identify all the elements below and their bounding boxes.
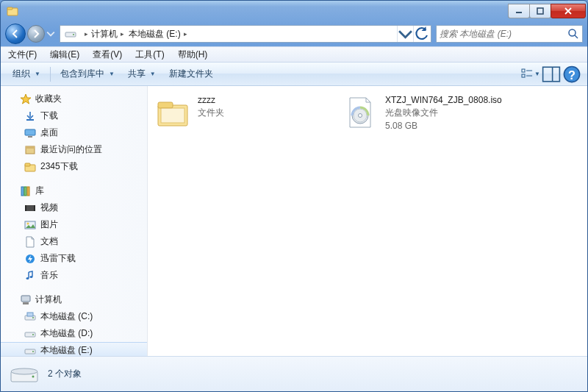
search-input[interactable] <box>440 26 567 42</box>
svg-point-38 <box>32 317 34 318</box>
svg-point-6 <box>569 29 576 36</box>
explorer-window: ▸ 计算机 ▸ 本地磁盘 (E:) ▸ 文件(F) 编辑(E <box>0 0 588 392</box>
svg-point-5 <box>73 34 74 35</box>
libraries-label: 库 <box>35 185 44 197</box>
sidebar-item-label: 最近访问的位置 <box>40 143 102 156</box>
sidebar-item-recent[interactable]: 最近访问的位置 <box>1 141 147 158</box>
menu-file[interactable]: 文件(F) <box>5 47 40 63</box>
xunlei-icon <box>24 253 36 265</box>
svg-rect-27 <box>25 205 26 211</box>
svg-rect-35 <box>23 302 29 304</box>
command-bar: 组织 ▼ 包含到库中 ▼ 共享 ▼ 新建文件夹 ▼ ? <box>1 63 587 86</box>
file-meta: XTZJ_WIN764_ZJB_0808.iso 光盘映像文件 5.08 GB <box>385 95 502 131</box>
view-options-button[interactable]: ▼ <box>521 66 540 82</box>
status-count: 2 个对象 <box>48 368 82 380</box>
svg-point-51 <box>32 375 35 377</box>
search-box[interactable] <box>436 25 583 43</box>
sidebar-item-label: 本地磁盘 (C:) <box>40 310 93 323</box>
chevron-down-icon: ▼ <box>35 71 40 77</box>
sidebar-item-label: 本地磁盘 (D:) <box>40 327 93 340</box>
svg-rect-12 <box>543 67 560 82</box>
svg-rect-28 <box>34 205 35 211</box>
sidebar-item-drive-d[interactable]: 本地磁盘 (D:) <box>1 325 147 342</box>
menu-edit[interactable]: 编辑(E) <box>47 47 82 63</box>
menu-help[interactable]: 帮助(H) <box>175 47 211 63</box>
menu-view[interactable]: 查看(V) <box>90 47 125 63</box>
forward-button[interactable] <box>27 25 45 43</box>
sidebar-item-downloads[interactable]: 下载 <box>1 107 147 124</box>
include-in-library-button[interactable]: 包含到库中 ▼ <box>54 65 121 82</box>
menu-bar: 文件(F) 编辑(E) 查看(V) 工具(T) 帮助(H) <box>1 46 587 63</box>
favorites-label: 收藏夹 <box>35 93 62 105</box>
star-icon <box>20 93 32 105</box>
back-button[interactable] <box>5 24 26 44</box>
svg-rect-37 <box>27 313 33 316</box>
recent-icon <box>24 144 36 156</box>
close-button[interactable] <box>551 4 586 18</box>
svg-rect-45 <box>161 108 184 123</box>
file-item-iso[interactable]: XTZJ_WIN764_ZJB_0808.iso 光盘映像文件 5.08 GB <box>343 95 515 131</box>
help-button[interactable]: ? <box>562 66 581 82</box>
favorites-header[interactable]: 收藏夹 <box>1 90 147 107</box>
file-name: zzzz <box>198 95 224 105</box>
drive-icon <box>24 328 36 340</box>
sidebar-item-drive-e[interactable]: 本地磁盘 (E:) <box>1 342 147 356</box>
drive-icon <box>24 345 36 357</box>
svg-rect-44 <box>158 102 173 108</box>
sidebar-item-label: 图片 <box>40 218 58 231</box>
organize-button[interactable]: 组织 ▼ <box>7 65 46 82</box>
svg-rect-8 <box>522 69 525 72</box>
video-icon <box>24 202 36 214</box>
sidebar-item-desktop[interactable]: 桌面 <box>1 124 147 141</box>
drive-icon <box>24 311 36 323</box>
menu-tools[interactable]: 工具(T) <box>132 47 167 63</box>
share-button[interactable]: 共享 ▼ <box>122 65 162 82</box>
nav-buttons <box>5 24 55 44</box>
sidebar-item-xunlei[interactable]: 迅雷下载 <box>1 250 147 267</box>
breadcrumb-seg-computer[interactable]: ▸ 计算机 ▸ <box>79 26 126 42</box>
chevron-down-icon: ▼ <box>150 71 156 77</box>
details-pane: 2 个对象 <box>1 356 587 391</box>
folder-icon <box>155 95 190 130</box>
sidebar-item-videos[interactable]: 视频 <box>1 199 147 216</box>
file-size: 5.08 GB <box>385 121 502 131</box>
nav-pane: 收藏夹 下载 桌面 最近访问的位置 2345下载 <box>1 86 148 356</box>
computer-header[interactable]: 计算机 <box>1 291 147 308</box>
svg-text:?: ? <box>568 68 576 81</box>
sidebar-item-label: 本地磁盘 (E:) <box>40 344 93 356</box>
nav-history-dropdown[interactable] <box>46 27 55 40</box>
file-type: 光盘映像文件 <box>385 107 502 119</box>
sidebar-item-label: 迅雷下载 <box>40 252 76 265</box>
sidebar-item-2345[interactable]: 2345下载 <box>1 158 147 175</box>
libraries-header[interactable]: 库 <box>1 182 147 199</box>
window-controls <box>509 4 586 18</box>
search-icon <box>567 28 579 40</box>
svg-rect-24 <box>24 187 26 196</box>
computer-group: 计算机 本地磁盘 (C:) 本地磁盘 (D:) 本地磁盘 (E:) <box>1 291 147 356</box>
svg-rect-16 <box>26 119 34 121</box>
include-label: 包含到库中 <box>60 68 104 80</box>
address-bar[interactable]: ▸ 计算机 ▸ 本地磁盘 (E:) ▸ <box>60 25 431 43</box>
separator <box>50 67 51 82</box>
file-item-folder[interactable]: zzzz 文件夹 <box>155 95 328 130</box>
sidebar-item-drive-c[interactable]: 本地磁盘 (C:) <box>1 308 147 325</box>
chevron-down-icon: ▼ <box>534 71 540 77</box>
file-list[interactable]: zzzz 文件夹 XTZJ_WI <box>148 86 587 356</box>
sidebar-item-label: 2345下载 <box>40 160 78 173</box>
svg-point-50 <box>11 368 37 374</box>
breadcrumb-label: 计算机 <box>91 28 118 40</box>
nav-row: ▸ 计算机 ▸ 本地磁盘 (E:) ▸ <box>1 21 587 46</box>
maximize-button[interactable] <box>529 4 551 18</box>
sidebar-item-documents[interactable]: 文档 <box>1 233 147 250</box>
sidebar-item-label: 桌面 <box>40 126 58 139</box>
svg-point-33 <box>30 276 33 278</box>
minimize-button[interactable] <box>508 4 530 18</box>
preview-pane-button[interactable] <box>542 66 561 82</box>
sidebar-item-pictures[interactable]: 图片 <box>1 216 147 233</box>
new-folder-button[interactable]: 新建文件夹 <box>163 65 219 82</box>
refresh-button[interactable] <box>413 26 429 42</box>
sidebar-item-music[interactable]: 音乐 <box>1 267 147 284</box>
address-dropdown[interactable] <box>397 26 413 42</box>
computer-icon <box>20 294 32 306</box>
breadcrumb-seg-drive[interactable]: 本地磁盘 (E:) ▸ <box>126 26 190 42</box>
